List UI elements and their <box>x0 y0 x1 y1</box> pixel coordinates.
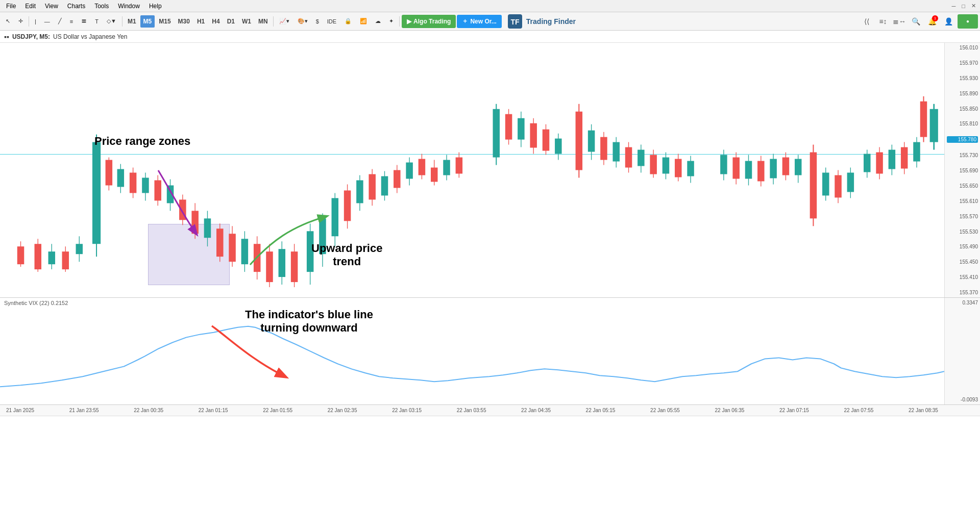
svg-rect-123 <box>835 175 842 197</box>
crosshair-tool[interactable]: ✛ <box>15 14 27 29</box>
svg-rect-31 <box>204 218 211 238</box>
svg-rect-137 <box>930 109 938 142</box>
time-label-2: 22 Jan 00:35 <box>134 408 163 413</box>
shapes-tool[interactable]: ◇▼ <box>103 14 120 29</box>
ide-btn[interactable]: IDE <box>324 14 340 29</box>
star-btn[interactable]: ✦ <box>385 14 397 29</box>
signal-btn[interactable]: 📶 <box>356 14 371 29</box>
svg-rect-73 <box>493 109 500 158</box>
tf-m15[interactable]: M15 <box>156 15 174 28</box>
algo-trading-label: Algo Trading <box>413 18 451 25</box>
price-155850: 155.850 <box>947 106 978 112</box>
new-order-button[interactable]: ＋ New Or... <box>457 15 501 28</box>
menu-edit[interactable]: Edit <box>21 2 40 11</box>
time-axis: 21 Jan 2025 21 Jan 23:55 22 Jan 00:35 22… <box>0 405 980 416</box>
candle-group-up <box>307 153 462 285</box>
candlestick-svg <box>0 43 944 297</box>
candle-spike <box>92 135 101 257</box>
menu-help[interactable]: Help <box>145 2 166 11</box>
menu-tools[interactable]: Tools <box>90 2 113 11</box>
svg-rect-99 <box>663 158 670 174</box>
cursor-tool[interactable]: ↖ <box>2 14 14 29</box>
dollar-indicator[interactable]: $ <box>312 14 323 29</box>
svg-rect-15 <box>106 160 113 186</box>
nav-forward[interactable]: ≡↕ <box>876 14 890 29</box>
chart-shift[interactable]: ≣↔ <box>892 14 906 29</box>
window-minimize[interactable]: ─ <box>950 3 958 9</box>
trading-finder-logo: TF Trading Finder <box>507 13 576 30</box>
svg-rect-79 <box>530 123 537 148</box>
tf-d1[interactable]: D1 <box>224 15 238 28</box>
channel-tool[interactable]: ≡ <box>66 14 77 29</box>
svg-rect-9 <box>62 251 69 269</box>
tf-m30[interactable]: M30 <box>175 15 193 28</box>
new-order-label: New Or... <box>470 18 496 25</box>
svg-rect-115 <box>782 158 790 175</box>
svg-rect-13 <box>92 142 101 244</box>
tf-mn[interactable]: MN <box>255 15 271 28</box>
chart-container: 156.010 155.970 155.930 155.890 155.850 … <box>0 43 980 508</box>
notification-btn[interactable]: 🔔 1 <box>925 14 939 29</box>
price-156010: 156.010 <box>947 45 978 50</box>
main-chart[interactable]: 156.010 155.970 155.930 155.890 155.850 … <box>0 43 980 298</box>
chart-type-selector[interactable]: 📈▾ <box>276 14 293 29</box>
time-labels: 21 Jan 2025 21 Jan 23:55 22 Jan 00:35 22… <box>2 408 942 413</box>
notification-badge: 1 <box>932 15 938 21</box>
price-155730: 155.730 <box>947 153 978 158</box>
symbol-bar: ▪▪ USDJPY, M5: US Dollar vs Japanese Yen <box>0 31 980 43</box>
menu-charts[interactable]: Charts <box>63 2 89 11</box>
price-155690: 155.690 <box>947 168 978 173</box>
search-btn[interactable]: 🔍 <box>909 14 923 29</box>
svg-rect-135 <box>913 142 920 162</box>
svg-rect-107 <box>732 158 740 179</box>
tf-h1[interactable]: H1 <box>194 15 208 28</box>
cloud-btn[interactable]: ☁ <box>372 14 384 29</box>
time-label-10: 22 Jan 05:55 <box>650 408 680 413</box>
svg-rect-27 <box>179 199 186 220</box>
menu-window[interactable]: Window <box>114 2 144 11</box>
toolbar-separator-3 <box>273 16 274 27</box>
indicator-area <box>0 298 944 404</box>
nav-back[interactable]: ⟨⟨ <box>860 14 874 29</box>
price-155410: 155.410 <box>947 274 978 280</box>
fibo-tool[interactable]: 〓 <box>78 14 90 29</box>
algo-trading-button[interactable]: ▶ Algo Trading <box>402 15 456 28</box>
price-155370: 155.370 <box>947 290 978 295</box>
svg-rect-17 <box>117 169 125 187</box>
svg-rect-93 <box>625 147 632 168</box>
candlestick-area[interactable] <box>0 43 944 297</box>
text-tool[interactable]: T <box>91 14 102 29</box>
time-label-13: 22 Jan 07:55 <box>844 408 874 413</box>
green-indicator: ● <box>958 14 978 29</box>
chart-color-selector[interactable]: 🎨▾ <box>294 14 311 29</box>
indicator-chart[interactable]: Synthetic VIX (22) 0.2152 The indicator'… <box>0 298 980 405</box>
vertical-line-tool[interactable]: | <box>31 14 40 29</box>
menu-view[interactable]: View <box>41 2 62 11</box>
tf-m5[interactable]: M5 <box>140 15 155 28</box>
svg-rect-55 <box>356 180 363 203</box>
lock-btn[interactable]: 🔒 <box>341 14 355 29</box>
play-icon: ▶ <box>407 18 411 25</box>
window-close[interactable]: ✕ <box>969 3 978 9</box>
tf-w1[interactable]: W1 <box>239 15 254 28</box>
time-label-3: 22 Jan 01:15 <box>199 408 228 413</box>
indicator-svg <box>0 298 944 404</box>
svg-rect-47 <box>307 231 314 272</box>
menu-file[interactable]: File <box>2 2 20 11</box>
svg-rect-19 <box>130 172 137 193</box>
svg-rect-63 <box>406 163 413 179</box>
account-btn[interactable]: 👤 <box>941 14 955 29</box>
tf-h4[interactable]: H4 <box>209 15 223 28</box>
svg-rect-39 <box>254 244 261 272</box>
right-toolbar-icons: ⟨⟨ ≡↕ ≣↔ 🔍 🔔 1 👤 ● <box>860 14 978 29</box>
svg-rect-129 <box>876 153 883 174</box>
svg-rect-85 <box>576 112 583 170</box>
svg-rect-87 <box>588 131 595 152</box>
window-maximize[interactable]: □ <box>960 3 967 9</box>
tf-m1[interactable]: M1 <box>125 15 139 28</box>
horizontal-line-tool[interactable]: — <box>41 14 54 29</box>
trendline-tool[interactable]: ╱ <box>55 14 65 29</box>
svg-rect-101 <box>675 159 682 177</box>
svg-rect-51 <box>332 198 339 236</box>
menu-bar: File Edit View Charts Tools Window Help … <box>0 0 980 12</box>
